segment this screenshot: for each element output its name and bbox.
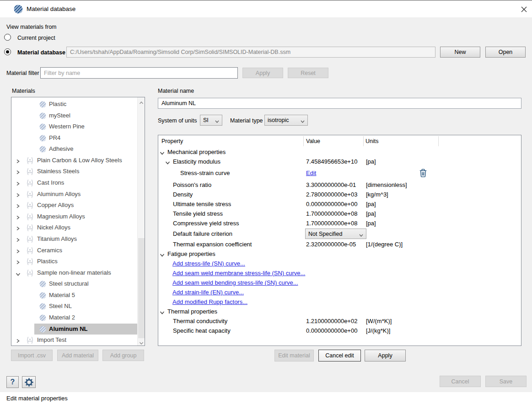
add-curve-link[interactable]: Add seam weld bending stress-life (SN) c… [172, 279, 298, 286]
property-row-add-strain-life-en-curve[interactable]: Add strain-life (EN) curve... [158, 287, 521, 297]
filter-apply-button[interactable]: Apply [242, 68, 283, 78]
open-button[interactable]: Open [485, 47, 526, 58]
chevron-down-icon[interactable] [16, 271, 21, 278]
material-filter-input[interactable]: Filter by name [40, 67, 238, 79]
tree-group-copper-alloys[interactable]: Copper Alloys [11, 200, 137, 211]
col-units: Units [365, 138, 378, 144]
scroll-down-icon[interactable] [139, 340, 144, 346]
help-button[interactable]: ? [6, 376, 19, 388]
material-icon [39, 292, 46, 300]
chevron-right-icon[interactable] [16, 192, 20, 199]
cancel-edit-button[interactable]: Cancel edit [318, 350, 361, 361]
tree-item-aluminum-nl[interactable]: Aluminum NL [11, 324, 137, 335]
save-button[interactable]: Save [485, 376, 527, 387]
tree-item-pr4[interactable]: PR4 [11, 133, 137, 144]
add-curve-link[interactable]: Add stress-life (SN) curve... [172, 260, 245, 267]
radio-material-database-label[interactable]: Material database [17, 49, 65, 56]
radio-current-project-label[interactable]: Current project [17, 35, 55, 41]
tree-group-sample-non-linear-materials[interactable]: Sample non-linear materials [11, 267, 137, 279]
tree-item-western-pine[interactable]: Western Pine [11, 121, 137, 133]
materials-label: Materials [12, 88, 35, 94]
property-row-compressive-yield-stress: Compressive yield stress1.7000000000e+08… [158, 218, 521, 228]
radio-material-database[interactable] [4, 48, 11, 55]
tree-item-plastic[interactable]: Plastic [11, 99, 137, 110]
window-title: Material database [27, 5, 75, 12]
group-icon [26, 235, 34, 245]
scroll-up-icon[interactable] [139, 99, 144, 106]
view-materials-from-label: View materials from [6, 24, 57, 30]
chevron-right-icon[interactable] [16, 225, 20, 232]
settings-button[interactable] [22, 376, 36, 388]
chevron-down-icon[interactable] [160, 309, 165, 316]
add-group-button[interactable]: Add group [102, 350, 144, 361]
material-icon [39, 314, 46, 323]
tree-group-import-test[interactable]: Import Test [11, 335, 137, 346]
col-value: Value [306, 138, 320, 144]
material-icon [39, 146, 46, 154]
group-icon [26, 157, 34, 166]
chevron-right-icon[interactable] [16, 237, 20, 244]
chevron-down-icon[interactable] [160, 150, 165, 157]
edit-curve-link[interactable]: Edit [306, 170, 316, 176]
tree-scroll-thumb[interactable] [138, 238, 145, 338]
property-row-add-seam-weld-membrane-stress-life-sn-curve[interactable]: Add seam weld membrane stress-life (SN) … [158, 268, 521, 278]
group-icon [26, 269, 34, 278]
tree-group-magnesium-alloys[interactable]: Magnesium Alloys [11, 211, 137, 223]
tree-group-stainless-steels[interactable]: Stainless Steels [11, 166, 137, 177]
tree-group-plastics[interactable]: Plastics [11, 256, 137, 267]
tree-item-material-2[interactable]: Material 2 [11, 312, 137, 324]
status-text: Edit material properties [6, 395, 68, 402]
tree-item-material-5[interactable]: Material 5 [11, 290, 137, 301]
tree-group-cast-irons[interactable]: Cast Irons [11, 177, 137, 189]
tree-item-steel-nl[interactable]: Steel NL [11, 301, 137, 312]
tree-group-nickel-alloys[interactable]: Nickel Alloys [11, 222, 137, 234]
tree-group-ceramics[interactable]: Ceramics [11, 245, 137, 256]
property-row-add-modified-rupp-factors[interactable]: Add modified Rupp factors... [158, 297, 521, 307]
add-material-button[interactable]: Add material [57, 350, 98, 361]
chevron-right-icon[interactable] [16, 214, 20, 221]
property-row-specific-heat-capacity: Specific heat capacity0.0000000000e+00[J… [158, 326, 521, 335]
property-row-add-seam-weld-bending-stress-life-sn-curve[interactable]: Add seam weld bending stress-life (SN) c… [158, 278, 521, 287]
radio-current-project[interactable] [4, 34, 11, 41]
edit-material-button[interactable]: Edit material [274, 350, 314, 361]
group-icon [26, 258, 34, 267]
trash-icon[interactable] [419, 169, 427, 179]
failure-criterion-select[interactable]: Not Specified [305, 229, 366, 239]
chevron-right-icon[interactable] [16, 259, 20, 266]
material-type-select[interactable]: isotropic [264, 115, 308, 126]
cancel-button[interactable]: Cancel [440, 376, 481, 387]
close-icon[interactable] [517, 3, 530, 15]
add-curve-link[interactable]: Add strain-life (EN) curve... [172, 289, 244, 296]
db-path-field: C:/Users/tshah/AppData/Roaming/Simsolid … [66, 47, 435, 58]
filter-reset-button[interactable]: Reset [288, 68, 328, 78]
tree-scrollbar[interactable] [137, 97, 145, 346]
chevron-right-icon[interactable] [16, 203, 20, 210]
property-row-thermal-properties: Thermal properties [158, 307, 521, 316]
chevron-right-icon[interactable] [16, 248, 20, 255]
property-row-add-stress-life-sn-curve[interactable]: Add stress-life (SN) curve... [158, 259, 521, 268]
tree-group-aluminum-alloys[interactable]: Aluminum Alloys [11, 189, 137, 200]
material-database-dialog: { "window": {"title": "Material database… [0, 0, 532, 404]
tree-item-mysteel[interactable]: mySteel [11, 110, 137, 122]
system-of-units-select[interactable]: SI [200, 115, 222, 126]
group-icon [26, 168, 34, 177]
chevron-right-icon[interactable] [16, 158, 20, 165]
tree-item-steel-structural[interactable]: Steel structural [11, 278, 137, 290]
system-of-units-label: System of units [158, 117, 197, 124]
chevron-down-icon[interactable] [165, 159, 170, 166]
chevron-right-icon[interactable] [16, 181, 20, 187]
property-row-tensile-yield-stress: Tensile yield stress1.7000000000e+08[pa] [158, 209, 521, 218]
add-curve-link[interactable]: Add seam weld membrane stress-life (SN) … [172, 270, 305, 276]
material-name-input[interactable]: Aluminum NL [158, 98, 521, 109]
chevron-down-icon[interactable] [160, 252, 165, 259]
new-button[interactable]: New [440, 47, 480, 58]
import-csv-button[interactable]: Import .csv [11, 350, 53, 361]
chevron-right-icon[interactable] [16, 338, 20, 345]
tree-group-plain-carbon-low-alloy-steels[interactable]: Plain Carbon & Low Alloy Steels [11, 155, 137, 166]
chevron-right-icon[interactable] [16, 169, 20, 176]
apply-button[interactable]: Apply [365, 350, 406, 361]
add-curve-link[interactable]: Add modified Rupp factors... [172, 298, 247, 305]
tree-item-adhesive[interactable]: Adhesive [11, 144, 137, 155]
property-row-thermal-expansion-coefficient: Thermal expansion coefficient2.320000000… [158, 239, 521, 249]
tree-group-titanium-alloys[interactable]: Titanium Alloys [11, 234, 137, 245]
